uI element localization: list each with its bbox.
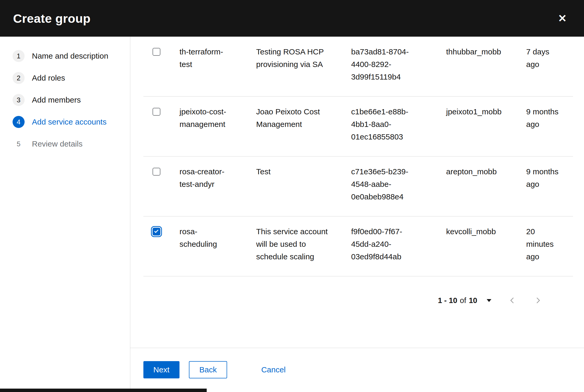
checkbox-cell [130, 165, 179, 203]
step-number-badge: 3 [13, 94, 25, 106]
create-group-modal: Create group ✕ 1 Name and description 2 … [0, 0, 584, 392]
pagination: 1 - 10 of 10 [130, 290, 584, 311]
wizard-step-name-and-description[interactable]: 1 Name and description [0, 45, 130, 67]
table-row: jpeixoto-cost-management Joao Peixoto Co… [130, 97, 584, 156]
next-page-button[interactable] [533, 296, 543, 305]
window-edge [0, 389, 207, 392]
step-number-badge: 4 [13, 116, 25, 128]
cell-owner: kevcolli_mobb [446, 225, 526, 263]
cell-description: Test [256, 165, 351, 203]
cell-time-created: 9 months ago [526, 105, 576, 143]
step-label: Name and description [32, 52, 108, 60]
close-icon: ✕ [558, 13, 567, 24]
wizard-step-add-members[interactable]: 3 Add members [0, 89, 130, 111]
cell-name: jpeixoto-cost-management [179, 105, 256, 143]
row-separator [143, 276, 573, 276]
chevron-right-icon [534, 297, 542, 304]
checkbox-cell [130, 225, 179, 263]
service-accounts-table: th-terraform-test Testing ROSA HCP provi… [130, 37, 584, 276]
row-select-checkbox[interactable] [153, 168, 160, 176]
step-label: Add service accounts [32, 117, 106, 126]
cell-time-created: 20 minutes ago [526, 225, 576, 263]
cell-client-id: c1be66e1-e88b-4bb1-8aa0-01ec16855803 [351, 105, 446, 143]
cell-name: th-terraform-test [179, 46, 256, 83]
cell-time-created: 7 days ago [526, 46, 576, 83]
table-row: rosa-creator-test-andyr Test c71e36e5-b2… [130, 156, 584, 216]
pagination-total: 10 [469, 296, 477, 305]
close-button[interactable]: ✕ [558, 13, 567, 24]
modal-body: 1 Name and description 2 Add roles 3 Add… [0, 37, 584, 392]
row-select-checkbox[interactable] [153, 108, 160, 116]
wizard-step-add-service-accounts[interactable]: 4 Add service accounts [0, 111, 130, 133]
cancel-button[interactable]: Cancel [261, 365, 285, 374]
cell-owner: jpeixoto1_mobb [446, 105, 526, 143]
step-label: Review details [32, 139, 82, 148]
cell-description: Joao Peixoto Cost Management [256, 105, 351, 143]
cell-owner: thhubbar_mobb [446, 46, 526, 83]
wizard-footer: Next Back Cancel [130, 348, 584, 392]
modal-header: Create group ✕ [0, 0, 584, 37]
modal-title: Create group [13, 11, 91, 26]
step-number-badge: 5 [13, 138, 25, 150]
prev-page-button[interactable] [508, 296, 517, 305]
wizard-step-review-details[interactable]: 5 Review details [0, 133, 130, 155]
back-button[interactable]: Back [189, 361, 227, 378]
pagination-range: 1 - 10 [438, 296, 457, 305]
pagination-menu-toggle[interactable]: 1 - 10 of 10 [438, 296, 491, 305]
table-row: th-terraform-test Testing ROSA HCP provi… [130, 37, 584, 96]
wizard-content: th-terraform-test Testing ROSA HCP provi… [130, 37, 584, 392]
cell-client-id: c71e36e5-b239-4548-aabe-0e0abeb988e4 [351, 165, 446, 203]
cell-time-created: 9 months ago [526, 165, 576, 203]
cell-description: This service account will be used to sch… [256, 225, 351, 263]
chevron-left-icon [509, 297, 516, 304]
cell-name: rosa-scheduling [179, 225, 256, 263]
checkbox-cell [130, 46, 179, 83]
step-label: Add members [32, 96, 81, 104]
cell-description: Testing ROSA HCP provisioning via SA [256, 46, 351, 83]
cell-client-id: f9f0ed00-7f67-45dd-a240-03ed9f8d44ab [351, 225, 446, 263]
cell-owner: arepton_mobb [446, 165, 526, 203]
caret-down-icon [487, 299, 491, 302]
checkbox-cell [130, 105, 179, 143]
row-select-checkbox[interactable] [153, 48, 160, 56]
check-icon [154, 229, 158, 233]
step-label: Add roles [32, 74, 65, 82]
wizard-nav: 1 Name and description 2 Add roles 3 Add… [0, 37, 130, 392]
table-row: rosa-scheduling This service account wil… [130, 216, 584, 276]
cell-client-id: ba73ad81-8704-4400-8292-3d99f15119b4 [351, 46, 446, 83]
step-number-badge: 2 [13, 72, 25, 84]
cell-name: rosa-creator-test-andyr [179, 165, 256, 203]
row-select-checkbox[interactable] [153, 228, 160, 236]
next-button[interactable]: Next [143, 361, 179, 378]
pagination-of-label: of [460, 296, 466, 305]
wizard-step-add-roles[interactable]: 2 Add roles [0, 67, 130, 89]
step-number-badge: 1 [13, 50, 25, 62]
